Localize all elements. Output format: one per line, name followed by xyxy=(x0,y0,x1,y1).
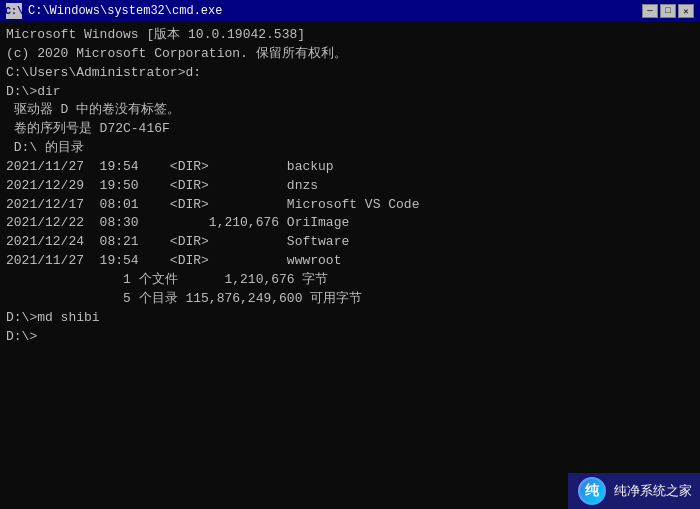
title-bar: C:\ C:\Windows\system32\cmd.exe ─ □ ✕ xyxy=(0,0,700,22)
terminal-line: D:\> xyxy=(6,328,694,347)
terminal-line: Microsoft Windows [版本 10.0.19042.538] xyxy=(6,26,694,45)
terminal-line: 卷的序列号是 D72C-416F xyxy=(6,120,694,139)
terminal-line: 2021/12/29 19:50 <DIR> dnzs xyxy=(6,177,694,196)
terminal-output: Microsoft Windows [版本 10.0.19042.538](c)… xyxy=(0,22,700,473)
window-title: C:\Windows\system32\cmd.exe xyxy=(28,4,636,18)
terminal-line: 2021/11/27 19:54 <DIR> wwwroot xyxy=(6,252,694,271)
terminal-line: 2021/11/27 19:54 <DIR> backup xyxy=(6,158,694,177)
terminal-line: 1 个文件 1,210,676 字节 xyxy=(6,271,694,290)
minimize-button[interactable]: ─ xyxy=(642,4,658,18)
watermark-text: 纯净系统之家 xyxy=(614,482,692,500)
terminal-line: 2021/12/22 08:30 1,210,676 OriImage xyxy=(6,214,694,233)
terminal-line: D:\>dir xyxy=(6,83,694,102)
terminal-line: D:\>md shibi xyxy=(6,309,694,328)
terminal-line: D:\ 的目录 xyxy=(6,139,694,158)
window-controls: ─ □ ✕ xyxy=(642,4,694,18)
terminal-line: 2021/12/17 08:01 <DIR> Microsoft VS Code xyxy=(6,196,694,215)
watermark: 纯 纯净系统之家 xyxy=(568,473,700,509)
cmd-icon: C:\ xyxy=(6,3,22,19)
terminal-line: 2021/12/24 08:21 <DIR> Software xyxy=(6,233,694,252)
terminal-line: 5 个目录 115,876,249,600 可用字节 xyxy=(6,290,694,309)
terminal-line: 驱动器 D 中的卷没有标签。 xyxy=(6,101,694,120)
watermark-logo: 纯 xyxy=(578,477,606,505)
maximize-button[interactable]: □ xyxy=(660,4,676,18)
terminal-line: C:\Users\Administrator>d: xyxy=(6,64,694,83)
terminal-line: (c) 2020 Microsoft Corporation. 保留所有权利。 xyxy=(6,45,694,64)
close-button[interactable]: ✕ xyxy=(678,4,694,18)
